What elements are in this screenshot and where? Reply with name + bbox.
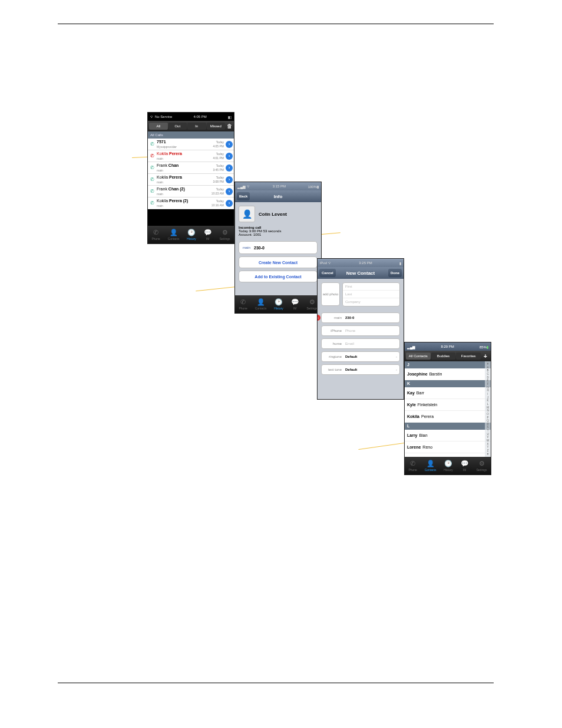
index-letter[interactable]: A — [487, 366, 488, 369]
back-button[interactable]: Back — [237, 192, 250, 200]
tabbar-settings[interactable]: ⚙Settings — [306, 298, 317, 310]
index-letter[interactable]: H — [487, 389, 488, 392]
wifi-icon: ᯤ — [247, 185, 250, 188]
last-name-input[interactable]: Last — [343, 291, 399, 298]
index-letter[interactable]: Z — [487, 449, 489, 452]
tabbar-phone[interactable]: ✆Phone — [151, 229, 160, 241]
tabbar-im[interactable]: 💬IM — [461, 460, 469, 472]
call-row[interactable]: ✆Kokila Perera (2)mainToday10:16 AM› — [148, 197, 234, 209]
index-letter[interactable]: X — [487, 443, 488, 446]
call-row[interactable]: ✆Kokila PereramainToday3:08 PM› — [148, 174, 234, 186]
tabbar-settings[interactable]: ⚙Settings — [476, 460, 487, 472]
contact-field-row[interactable]: text toneDefault› — [321, 364, 400, 375]
name-fields: First Last Company — [342, 282, 400, 307]
tab-all[interactable]: All — [149, 123, 168, 130]
call-row[interactable]: ✆Frank ChanmainToday3:45 PM› — [148, 162, 234, 174]
add-existing-contact-button[interactable]: Add to Existing Contact — [239, 271, 318, 282]
detail-arrow-icon[interactable]: › — [226, 141, 233, 148]
index-letter[interactable]: W — [487, 439, 489, 442]
call-row[interactable]: ✆Frank Chan (2)mainToday10:23 AM› — [148, 186, 234, 197]
index-letter[interactable]: M — [487, 406, 489, 409]
tabbar-contacts[interactable]: 👤Contacts — [168, 229, 180, 241]
detail-arrow-icon[interactable]: › — [226, 200, 233, 207]
field-value[interactable]: 230-0 — [345, 316, 397, 319]
tabbar-phone[interactable]: ✆Phone — [408, 460, 416, 472]
index-letter[interactable]: # — [487, 453, 489, 456]
first-name-input[interactable]: First — [343, 283, 399, 291]
contact-row[interactable]: KyleFinkelstein — [405, 399, 491, 411]
index-letter[interactable]: B — [487, 369, 488, 372]
phone-field-card[interactable]: main 230-0 — [239, 241, 318, 254]
index-letter[interactable]: V — [487, 436, 488, 439]
index-letter[interactable]: F — [487, 383, 489, 386]
tabbar-phone[interactable]: ✆Phone — [239, 298, 247, 310]
company-input[interactable]: Company — [343, 298, 399, 306]
cancel-button[interactable]: Cancel — [319, 269, 336, 277]
index-letter[interactable]: C — [487, 373, 488, 375]
tab-favorites[interactable]: Favorites — [456, 353, 481, 360]
remove-icon[interactable]: − — [317, 315, 320, 321]
contact-row[interactable]: JosephineBarstin — [405, 368, 491, 380]
field-value[interactable]: Default — [345, 368, 392, 371]
index-letter[interactable]: N — [487, 409, 488, 412]
index-letter[interactable]: T — [487, 429, 489, 432]
contact-field-row[interactable]: homeEmail — [321, 338, 400, 349]
create-contact-button[interactable]: Create New Contact — [239, 256, 318, 268]
tabbar-history[interactable]: 🕑History — [187, 229, 196, 241]
index-letter[interactable]: E — [487, 379, 488, 382]
index-letter[interactable]: L — [487, 403, 489, 406]
meta-account: Account: 1001 — [239, 233, 318, 236]
done-button[interactable]: Done — [388, 269, 402, 277]
contact-row[interactable]: KokilaPerera — [405, 411, 491, 423]
tabbar-contacts[interactable]: 👤Contacts — [255, 298, 267, 310]
contact-row[interactable]: LarryBian — [405, 430, 491, 442]
tab-buddies[interactable]: Buddies — [431, 353, 456, 360]
index-letter[interactable]: Q — [487, 419, 489, 422]
index-letter[interactable]: I — [487, 393, 488, 396]
detail-arrow-icon[interactable]: › — [226, 188, 233, 195]
detail-arrow-icon[interactable]: › — [226, 164, 233, 172]
index-letter[interactable]: P — [487, 416, 488, 419]
index-letter[interactable]: D — [487, 376, 488, 379]
tabbar-im[interactable]: 💬IM — [291, 298, 299, 310]
call-list[interactable]: ✆7571MyvoipproviderToday4:05 PM›✆Kokila … — [148, 139, 234, 209]
index-letter[interactable]: O — [487, 413, 489, 416]
index-letter[interactable]: S — [487, 426, 488, 429]
trash-icon[interactable]: 🗑 — [226, 123, 233, 129]
history-icon: 🕑 — [444, 460, 452, 467]
tabbar-im[interactable]: 💬IM — [204, 229, 212, 241]
detail-arrow-icon[interactable]: › — [226, 153, 233, 160]
contact-field-row[interactable]: ringtoneDefault› — [321, 351, 400, 362]
contact-row[interactable]: KayBarr — [405, 387, 491, 399]
index-letter[interactable]: # — [487, 363, 489, 365]
index-letter[interactable]: J — [487, 396, 488, 399]
tab-missed[interactable]: Missed — [207, 123, 226, 130]
detail-arrow-icon[interactable]: › — [226, 176, 233, 183]
index-letter[interactable]: G — [487, 386, 489, 389]
im-icon: 💬 — [204, 229, 212, 236]
index-letter[interactable]: Y — [487, 446, 488, 449]
field-label: iPhone — [324, 329, 342, 332]
call-row[interactable]: ✆7571MyvoipproviderToday4:05 PM› — [148, 139, 234, 150]
tabbar-history[interactable]: 🕑History — [444, 460, 453, 472]
field-value[interactable]: Default — [345, 355, 392, 358]
contact-row[interactable]: LoreneReno — [405, 442, 491, 453]
contacts-list[interactable]: JJosephineBarstinKKayBarrKyleFinkelstein… — [405, 361, 491, 465]
field-value[interactable]: Phone — [345, 329, 397, 332]
index-letter[interactable]: R — [487, 423, 488, 426]
tabbar-contacts[interactable]: 👤Contacts — [425, 460, 437, 472]
field-value[interactable]: Email — [345, 342, 397, 345]
contact-field-row[interactable]: iPhonePhone — [321, 325, 400, 336]
tab-out[interactable]: Out — [168, 123, 187, 130]
index-letter[interactable]: U — [487, 433, 488, 436]
tab-in[interactable]: In — [187, 123, 206, 130]
add-photo-button[interactable]: add photo — [321, 282, 340, 306]
tabbar-settings[interactable]: ⚙Settings — [219, 229, 230, 241]
add-contact-button[interactable]: + — [481, 353, 490, 360]
tab-all-contacts[interactable]: All Contacts — [406, 353, 431, 360]
call-row[interactable]: ✆Kokila PereramainToday4:01 PM› — [148, 150, 234, 162]
index-letter[interactable]: K — [487, 399, 488, 402]
contact-field-row[interactable]: −main230-0 — [321, 312, 400, 323]
tabbar-history[interactable]: 🕑History — [274, 298, 283, 310]
index-strip[interactable]: #ABCDEFGHIJKLMNOPQRSTUVWXYZ# — [485, 361, 491, 457]
